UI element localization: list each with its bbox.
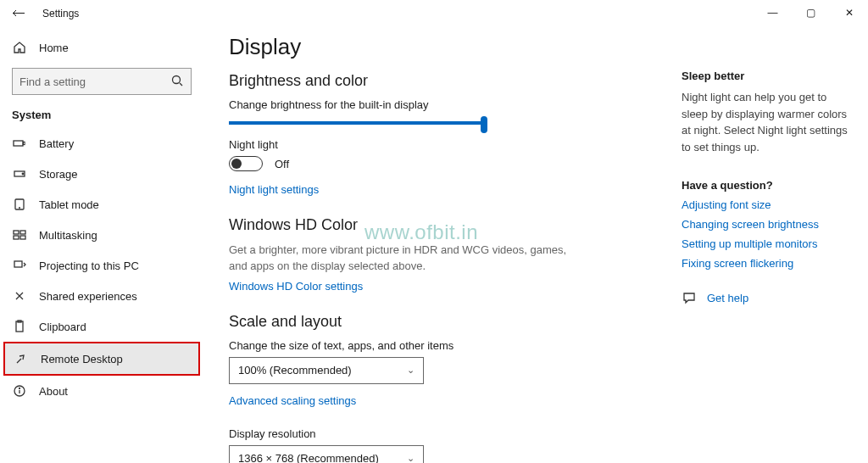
battery-icon [12, 136, 27, 151]
search-icon [170, 74, 184, 90]
titlebar: 🡐 Settings [0, 0, 868, 27]
night-light-state: Off [275, 158, 289, 170]
sidebar-home[interactable]: Home [0, 32, 203, 63]
hdcolor-heading: Windows HD Color [229, 216, 648, 234]
night-light-settings-link[interactable]: Night light settings [229, 183, 319, 196]
close-button[interactable]: ✕ [830, 0, 868, 25]
hdcolor-settings-link[interactable]: Windows HD Color settings [229, 280, 363, 293]
window-controls: — ▢ ✕ [754, 0, 868, 25]
sidebar-item-tablet[interactable]: Tablet mode [0, 189, 203, 220]
svg-rect-2 [24, 142, 25, 145]
sidebar-item-label: Tablet mode [39, 198, 99, 211]
sidebar-item-battery[interactable]: Battery [0, 128, 203, 159]
svg-rect-10 [20, 236, 25, 239]
brightness-slider-thumb[interactable] [481, 116, 487, 133]
resolution-label: Display resolution [229, 427, 648, 440]
night-light-toggle[interactable] [229, 156, 263, 171]
sidebar-item-label: Shared experiences [39, 290, 137, 303]
help-link[interactable]: Adjusting font size [682, 198, 851, 211]
sidebar-item-clipboard[interactable]: Clipboard [0, 311, 203, 342]
svg-point-0 [173, 75, 181, 83]
storage-icon [12, 166, 27, 181]
scale-size-label: Change the size of text, apps, and other… [229, 339, 648, 352]
svg-point-4 [22, 173, 24, 175]
brightness-heading: Brightness and color [229, 72, 648, 90]
about-icon [12, 383, 27, 399]
search-placeholder: Find a setting [19, 75, 86, 88]
sidebar: Home Find a setting System BatteryStorag… [0, 27, 203, 463]
sidebar-item-remote[interactable]: Remote Desktop [3, 342, 200, 376]
svg-rect-12 [16, 321, 23, 332]
brightness-slider-label: Change brightness for the built-in displ… [229, 98, 648, 111]
sidebar-item-label: Multitasking [39, 229, 97, 242]
resolution-value: 1366 × 768 (Recommended) [238, 452, 379, 463]
sidebar-item-storage[interactable]: Storage [0, 159, 203, 189]
sleep-better-body: Night light can help you get to sleep by… [682, 89, 851, 155]
sidebar-item-label: Battery [39, 137, 74, 150]
brightness-slider[interactable] [229, 121, 483, 125]
page-title: Display [229, 34, 648, 60]
maximize-button[interactable]: ▢ [792, 0, 830, 25]
sidebar-item-label: Projecting to this PC [39, 259, 139, 272]
svg-rect-11 [14, 261, 22, 267]
window-title: Settings [42, 8, 79, 20]
remote-icon [14, 351, 29, 366]
svg-point-16 [19, 388, 20, 389]
hdcolor-desc: Get a brighter, more vibrant picture in … [229, 243, 585, 275]
chevron-down-icon: ⌄ [407, 365, 415, 376]
tablet-icon [12, 197, 27, 212]
chevron-down-icon: ⌄ [407, 453, 415, 463]
scale-size-select[interactable]: 100% (Recommended) ⌄ [229, 357, 424, 384]
help-link[interactable]: Fixing screen flickering [682, 257, 851, 270]
home-icon [12, 40, 27, 55]
multitask-icon [12, 227, 27, 243]
sidebar-item-label: About [39, 385, 68, 398]
sidebar-item-project[interactable]: Projecting to this PC [0, 250, 203, 281]
sleep-better-title: Sleep better [682, 70, 851, 82]
svg-rect-8 [20, 231, 25, 234]
toggle-knob [231, 159, 242, 169]
svg-rect-1 [14, 141, 23, 146]
chat-icon [682, 290, 697, 305]
resolution-select[interactable]: 1366 × 768 (Recommended) ⌄ [229, 445, 424, 463]
project-icon [12, 258, 27, 273]
svg-rect-7 [14, 231, 19, 234]
svg-rect-9 [14, 236, 19, 239]
sidebar-item-label: Clipboard [39, 321, 86, 333]
scale-heading: Scale and layout [229, 313, 648, 331]
info-pane: Sleep better Night light can help you ge… [673, 27, 868, 463]
sidebar-item-label: Remote Desktop [41, 353, 123, 365]
help-link[interactable]: Changing screen brightness [682, 218, 851, 231]
content-area: Display Brightness and color Change brig… [203, 27, 673, 463]
scale-size-value: 100% (Recommended) [238, 364, 352, 377]
sidebar-item-label: Storage [39, 168, 78, 181]
get-help-link[interactable]: Get help [707, 292, 748, 304]
advanced-scaling-link[interactable]: Advanced scaling settings [229, 394, 356, 407]
sidebar-home-label: Home [39, 42, 69, 54]
shared-icon [12, 288, 27, 304]
sidebar-item-shared[interactable]: Shared experiences [0, 281, 203, 311]
sidebar-item-multitask[interactable]: Multitasking [0, 220, 203, 250]
clipboard-icon [12, 319, 27, 334]
question-title: Have a question? [682, 179, 851, 192]
help-link[interactable]: Setting up multiple monitors [682, 237, 851, 250]
back-button[interactable]: 🡐 [10, 6, 27, 21]
minimize-button[interactable]: — [754, 0, 792, 25]
sidebar-item-about[interactable]: About [0, 376, 203, 406]
night-light-label: Night light [229, 138, 648, 151]
sidebar-section-label: System [0, 103, 203, 128]
search-input[interactable]: Find a setting [12, 68, 192, 95]
